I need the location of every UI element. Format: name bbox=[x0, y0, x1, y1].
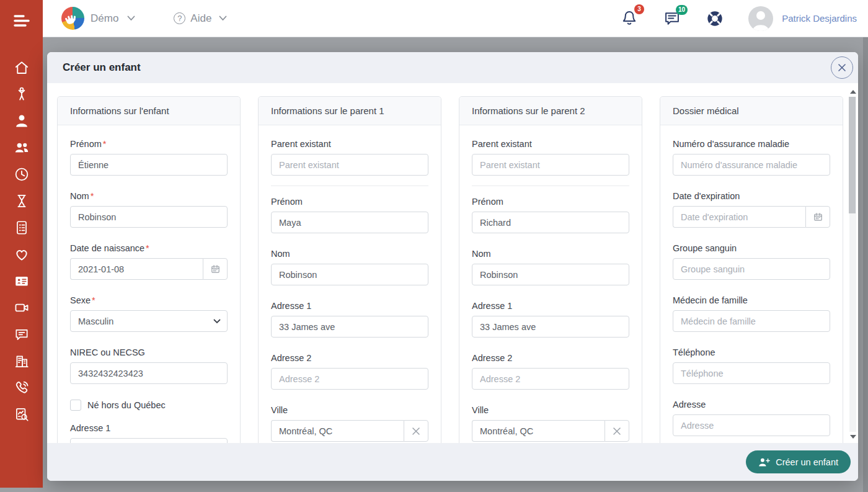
messages-button[interactable]: 10 bbox=[663, 10, 681, 27]
sidebar-item-badge[interactable] bbox=[14, 273, 30, 289]
card-title: Informations sur l'enfant bbox=[58, 97, 240, 125]
field-label: Groupe sanguin bbox=[673, 243, 830, 254]
label-text: Prénom bbox=[70, 139, 102, 149]
date-naissance-input[interactable] bbox=[70, 258, 203, 280]
divider bbox=[472, 186, 629, 186]
hand-icon bbox=[64, 12, 80, 25]
adresse2-input[interactable] bbox=[472, 368, 629, 390]
groupe-sanguin-input[interactable] bbox=[673, 258, 830, 280]
parent-existant-input[interactable] bbox=[271, 154, 428, 176]
help-menu[interactable]: ? Aide bbox=[174, 12, 227, 25]
user-menu[interactable]: Patrick Desjardins bbox=[748, 6, 857, 31]
field-date-naissance: Date de naissance* bbox=[70, 243, 228, 280]
ville-input[interactable] bbox=[472, 420, 604, 442]
adresse2-input[interactable] bbox=[271, 368, 428, 390]
sidebar-item-children[interactable] bbox=[14, 86, 30, 102]
modal-scrollbar[interactable] bbox=[849, 88, 857, 441]
clear-button[interactable] bbox=[404, 420, 428, 442]
medecin-input[interactable] bbox=[673, 310, 830, 332]
sidebar-item-forms[interactable] bbox=[14, 220, 30, 236]
menu-toggle-button[interactable] bbox=[12, 13, 31, 29]
hors-quebec-checkbox-row[interactable]: Né hors du Québec bbox=[70, 400, 228, 411]
sidebar-item-reports[interactable] bbox=[14, 406, 30, 423]
scroll-up-button[interactable] bbox=[849, 88, 857, 96]
chat-icon bbox=[14, 326, 30, 342]
sidebar-item-messages[interactable] bbox=[14, 326, 30, 342]
phone-icon bbox=[14, 380, 30, 396]
sidebar-item-video[interactable] bbox=[14, 300, 30, 316]
sidebar-nav bbox=[14, 60, 30, 423]
nom-input[interactable] bbox=[271, 264, 428, 285]
assurance-input[interactable] bbox=[673, 154, 830, 176]
field-label: Prénom bbox=[472, 197, 629, 207]
card-child-info: Informations sur l'enfant Prénom* Nom* D… bbox=[57, 96, 241, 443]
prenom-input[interactable] bbox=[472, 212, 629, 233]
submit-button-label: Créer un enfant bbox=[776, 457, 838, 467]
support-button[interactable] bbox=[706, 10, 724, 27]
field-label: Date d'expiration bbox=[673, 191, 830, 202]
chevron-down-icon bbox=[127, 16, 135, 21]
topbar-actions: 3 10 Patrick Desjard bbox=[621, 6, 857, 31]
sidebar-item-hours[interactable] bbox=[14, 193, 30, 209]
page-scrollbar[interactable] bbox=[863, 37, 868, 492]
report-search-icon bbox=[14, 406, 30, 423]
hamburger-icon bbox=[12, 13, 31, 29]
sidebar-item-people[interactable] bbox=[14, 140, 30, 156]
modal-body: Informations sur l'enfant Prénom* Nom* D… bbox=[47, 83, 858, 443]
scroll-down-button[interactable] bbox=[849, 433, 857, 441]
prenom-input[interactable] bbox=[70, 154, 228, 176]
notifications-button[interactable]: 3 bbox=[621, 9, 638, 28]
parent-existant-input[interactable] bbox=[472, 154, 629, 176]
prenom-input[interactable] bbox=[271, 212, 428, 233]
help-label: Aide bbox=[190, 12, 211, 25]
messages-badge: 10 bbox=[676, 5, 688, 15]
clear-x-icon bbox=[412, 427, 420, 436]
adresse1-input[interactable] bbox=[70, 438, 228, 443]
sidebar-item-person[interactable] bbox=[14, 113, 30, 129]
adresse1-input[interactable] bbox=[271, 316, 428, 338]
building-icon bbox=[14, 353, 30, 369]
create-child-submit-button[interactable]: Créer un enfant bbox=[746, 450, 851, 473]
avatar bbox=[748, 6, 773, 31]
adresse1-input[interactable] bbox=[472, 316, 629, 338]
top-bar: Démo ? Aide 3 10 bbox=[43, 0, 868, 37]
field-label: Nom bbox=[271, 249, 428, 259]
scrollbar-thumb[interactable] bbox=[849, 97, 856, 213]
field-ville: Ville Montréal bbox=[271, 405, 428, 443]
telephone-input[interactable] bbox=[673, 362, 830, 384]
app-logo-icon bbox=[61, 7, 84, 30]
calendar-icon bbox=[813, 212, 823, 222]
brand-menu[interactable]: Démo bbox=[61, 7, 135, 30]
field-label: Médecin de famille bbox=[673, 295, 830, 306]
close-button[interactable] bbox=[831, 56, 853, 79]
sidebar-item-calls[interactable] bbox=[14, 380, 30, 396]
divider bbox=[271, 186, 428, 186]
field-label: Prénom bbox=[271, 197, 428, 207]
adresse-input[interactable] bbox=[673, 414, 830, 436]
clear-button[interactable] bbox=[604, 420, 629, 442]
required-mark: * bbox=[103, 139, 107, 149]
nom-input[interactable] bbox=[472, 264, 629, 285]
hourglass-icon bbox=[14, 193, 30, 209]
triangle-up-icon bbox=[850, 90, 856, 94]
sidebar-item-facility[interactable] bbox=[14, 353, 30, 369]
field-label: Adresse bbox=[673, 400, 830, 410]
calendar-button[interactable] bbox=[203, 258, 228, 280]
expiration-input[interactable] bbox=[673, 206, 805, 228]
card-body: Prénom* Nom* Date de naissance* bbox=[58, 125, 240, 443]
calendar-button[interactable] bbox=[805, 206, 830, 228]
sidebar-item-health[interactable] bbox=[14, 246, 30, 262]
required-mark: * bbox=[146, 243, 149, 253]
question-circle-icon: ? bbox=[174, 12, 185, 24]
field-nirec: NIREC ou NECSG bbox=[70, 347, 228, 384]
field-label: Ville bbox=[472, 405, 629, 416]
ville-input[interactable] bbox=[271, 420, 404, 442]
nom-input[interactable] bbox=[70, 206, 228, 228]
sidebar-item-schedule[interactable] bbox=[14, 166, 30, 182]
sidebar bbox=[0, 0, 43, 488]
sidebar-item-home[interactable] bbox=[14, 60, 30, 76]
checkbox-unchecked[interactable] bbox=[70, 400, 81, 411]
nirec-input[interactable] bbox=[70, 362, 228, 384]
sexe-select[interactable]: Masculin bbox=[70, 310, 228, 332]
field-label: Date de naissance* bbox=[70, 243, 228, 254]
